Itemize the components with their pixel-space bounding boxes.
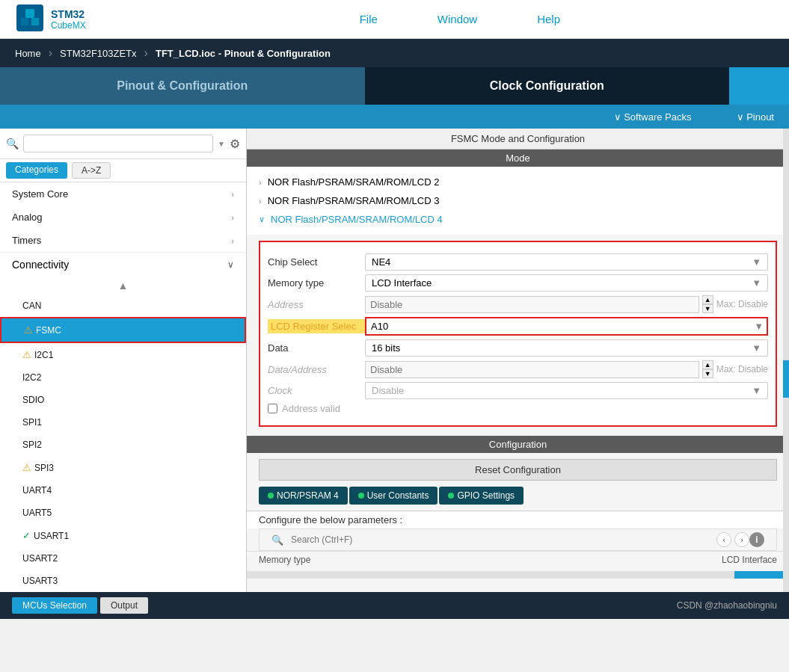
tree-item-analog[interactable]: Analog › xyxy=(0,206,246,229)
data-address-spin-down[interactable]: ▼ xyxy=(702,369,713,378)
warn-icon-fsmc: ⚠ xyxy=(24,324,33,336)
memory-type-label: Memory type xyxy=(268,277,365,289)
mode-content: › NOR Flash/PSRAM/SRAM/ROM/LCD 2 › NOR F… xyxy=(247,167,789,235)
bottom-tab-mcu[interactable]: MCUs Selection xyxy=(12,597,97,614)
logo-text: STM32 CubeMX xyxy=(51,8,86,31)
tree-item-i2c2[interactable]: I2C2 xyxy=(0,366,246,389)
tree-item-i2c1[interactable]: ⚠ I2C1 xyxy=(0,343,246,366)
tree-item-uart5[interactable]: UART5 xyxy=(0,502,246,524)
data-address-spin-up[interactable]: ▲ xyxy=(702,360,713,369)
tree-item-system-core[interactable]: System Core › xyxy=(0,182,246,206)
breadcrumb-device[interactable]: STM32F103ZETx xyxy=(52,48,144,59)
bottom-bar: MCUs Selection Output CSDN @zhaohaobingn… xyxy=(0,592,789,619)
scroll-bar[interactable] xyxy=(247,571,789,579)
gear-icon[interactable]: ⚙ xyxy=(230,137,240,151)
address-label: Address xyxy=(268,299,365,310)
tree-item-fsmc[interactable]: ⚠ FSMC xyxy=(0,317,246,343)
sub-tab-bar: ∨ Software Packs ∨ Pinout xyxy=(0,105,789,129)
address-row: Address ▲ ▼ Max: Disable xyxy=(268,295,768,313)
config-tab-nor-psram[interactable]: NOR/PSRAM 4 xyxy=(259,487,348,505)
tree-item-uart4[interactable]: UART4 xyxy=(0,479,246,502)
tree-item-timers[interactable]: Timers › xyxy=(0,229,246,252)
data-address-input[interactable] xyxy=(365,361,699,378)
lcd-reg-input[interactable] xyxy=(366,318,754,334)
params-label-row: Configure the below parameters : xyxy=(247,511,789,528)
bottom-tab-output[interactable]: Output xyxy=(100,597,148,614)
cat-tab-categories[interactable]: Categories xyxy=(6,162,67,179)
search-input[interactable] xyxy=(23,135,213,152)
address-spinner[interactable]: ▲ ▼ xyxy=(702,295,713,313)
config-tab-user-constants[interactable]: User Constants xyxy=(349,487,438,505)
mode-row-lcd2[interactable]: › NOR Flash/PSRAM/SRAM/ROM/LCD 2 xyxy=(259,173,777,191)
bottom-tabs: MCUs Selection Output xyxy=(12,597,148,614)
config-box: Chip Select NE4 ▼ Memory type LCD Interf… xyxy=(259,241,777,427)
sub-tab-software[interactable]: ∨ Software Packs xyxy=(614,111,692,123)
right-panel: FSMC Mode and Configuration Mode › NOR F… xyxy=(247,129,789,592)
scroll-thumb[interactable] xyxy=(783,360,789,398)
config-tab-gpio-settings[interactable]: GPIO Settings xyxy=(439,487,524,505)
tab-dot-icon xyxy=(268,493,274,499)
params-search-input[interactable] xyxy=(286,533,716,546)
info-button[interactable]: i xyxy=(749,532,764,547)
memory-type-bottom-row: Memory type LCD Interface xyxy=(247,551,789,568)
mode-row-lcd3[interactable]: › NOR Flash/PSRAM/SRAM/ROM/LCD 3 xyxy=(259,191,777,210)
data-address-label: Data/Address xyxy=(268,364,365,375)
cat-tab-az[interactable]: A->Z xyxy=(72,162,111,179)
address-spin-up[interactable]: ▲ xyxy=(702,295,713,304)
lcd-reg-row: LCD Register Selec ▼ xyxy=(268,317,768,336)
search-next-button[interactable]: › xyxy=(734,532,749,547)
panel-title: FSMC Mode and Configuration xyxy=(247,129,789,149)
lcd-reg-arrow-icon[interactable]: ▼ xyxy=(754,321,764,332)
address-input[interactable] xyxy=(365,296,699,313)
search-icon: 🔍 xyxy=(6,138,19,149)
tab-bar: Pinout & Configuration Clock Configurati… xyxy=(0,67,789,105)
tree-item-sdio[interactable]: SDIO xyxy=(0,389,246,411)
address-valid-label: Address valid xyxy=(282,403,340,414)
data-dropdown[interactable]: 16 bits ▼ xyxy=(365,339,768,357)
tree-item-spi3[interactable]: ⚠ SPI3 xyxy=(0,456,246,479)
menu-bar: STM32 CubeMX File Window Help xyxy=(0,0,789,39)
left-panel: 🔍 ▼ ⚙ Categories A->Z System Core › Anal… xyxy=(0,129,247,592)
tree-item-usart2[interactable]: USART2 xyxy=(0,547,246,570)
breadcrumb-home[interactable]: Home xyxy=(7,48,49,59)
search-params-bar: 🔍 ‹ › i xyxy=(259,528,777,551)
vertical-scrollbar[interactable] xyxy=(783,129,789,592)
data-address-spinner[interactable]: ▲ ▼ xyxy=(702,360,713,378)
tree-item-spi1[interactable]: SPI1 xyxy=(0,411,246,434)
menu-file[interactable]: File xyxy=(360,13,378,25)
warn-icon-i2c1: ⚠ xyxy=(22,349,31,360)
memory-type-dropdown[interactable]: LCD Interface ▼ xyxy=(365,274,768,292)
sub-tab-pinout[interactable]: ∨ Pinout xyxy=(737,111,775,123)
menu-window[interactable]: Window xyxy=(438,13,477,25)
chip-select-dropdown[interactable]: NE4 ▼ xyxy=(365,253,768,271)
tab-clock[interactable]: Clock Configuration xyxy=(365,67,730,105)
tree-item-can[interactable]: CAN xyxy=(0,295,246,317)
search-prev-button[interactable]: ‹ xyxy=(716,532,731,547)
clock-dropdown[interactable]: Disable ▼ xyxy=(365,382,768,399)
menu-help[interactable]: Help xyxy=(537,13,560,25)
category-tabs: Categories A->Z xyxy=(0,159,246,182)
tab-pinout[interactable]: Pinout & Configuration xyxy=(0,67,365,105)
search-bar: 🔍 ▼ ⚙ xyxy=(0,129,246,159)
tab-dot-icon xyxy=(358,493,364,499)
address-valid-checkbox[interactable] xyxy=(268,404,277,413)
reset-configuration-button[interactable]: Reset Configuration xyxy=(259,459,777,481)
logo: STM32 CubeMX xyxy=(15,3,86,35)
tree-item-usart3[interactable]: USART3 xyxy=(0,570,246,592)
connectivity-header[interactable]: Connectivity ∨ xyxy=(0,252,246,277)
data-address-row: Data/Address ▲ ▼ Max: Disable xyxy=(268,360,768,378)
address-valid-row: Address valid xyxy=(268,403,768,414)
tree-item-spi2[interactable]: SPI2 xyxy=(0,434,246,456)
tree-item-usart1[interactable]: ✓ USART1 xyxy=(0,524,246,547)
data-arrow-icon: ▼ xyxy=(752,342,761,354)
data-label: Data xyxy=(268,342,365,354)
data-row: Data 16 bits ▼ xyxy=(268,339,768,357)
mode-row-lcd4[interactable]: ∨ NOR Flash/PSRAM/SRAM/ROM/LCD 4 xyxy=(259,210,777,229)
arrow-icon: › xyxy=(231,213,234,222)
address-spin-down[interactable]: ▼ xyxy=(702,304,713,313)
scroll-up-btn[interactable]: ▲ xyxy=(0,277,246,295)
config-tabs: NOR/PSRAM 4 User Constants GPIO Settings xyxy=(259,487,777,505)
breadcrumb-current[interactable]: TFT_LCD.ioc - Pinout & Configuration xyxy=(148,48,338,59)
main-menu: File Window Help xyxy=(146,13,774,25)
check-icon-usart1: ✓ xyxy=(22,530,31,541)
